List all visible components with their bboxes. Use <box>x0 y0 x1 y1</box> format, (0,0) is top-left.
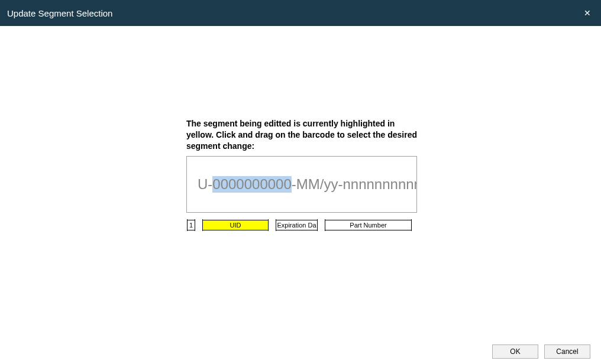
segment-gap <box>269 219 276 232</box>
segment-uid[interactable]: UID <box>203 220 268 230</box>
cancel-button[interactable]: Cancel <box>544 344 590 359</box>
barcode-highlight: 0000000000 <box>212 176 291 193</box>
segment-gap <box>195 219 202 232</box>
title-bar: Update Segment Selection ✕ <box>0 0 601 26</box>
segment-expiration[interactable]: Expiration Da <box>276 220 317 230</box>
segment-one[interactable]: 1 <box>188 220 195 230</box>
segment-part-number[interactable]: Part Number <box>325 220 411 230</box>
barcode-suffix: -MM/yy-nnnnnnnnnnnn <box>292 176 417 193</box>
barcode-display[interactable]: U-0000000000-MM/yy-nnnnnnnnnnnn <box>186 156 417 213</box>
instruction-text: The segment being editted is currently h… <box>186 118 423 152</box>
segment-legend: 1 UID Expiration Da Part Number <box>187 219 412 232</box>
barcode-prefix: U- <box>198 176 212 193</box>
segment-divider <box>411 219 412 231</box>
segment-gap <box>318 219 325 232</box>
dialog-footer: OK Cancel <box>0 339 601 364</box>
close-icon[interactable]: ✕ <box>574 0 601 26</box>
ok-button[interactable]: OK <box>492 344 538 359</box>
window-title: Update Segment Selection <box>7 8 112 18</box>
dialog-body: The segment being editted is currently h… <box>0 26 601 339</box>
